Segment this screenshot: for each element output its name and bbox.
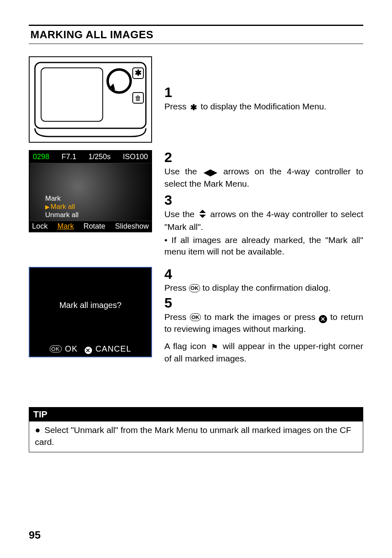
camera-line-drawing: ✱ 🗑 bbox=[29, 56, 152, 143]
dialog-mark-all: Mark all images? OK OK ✕ CANCEL bbox=[29, 267, 152, 357]
svg-rect-0 bbox=[35, 63, 146, 128]
step-4-number: 4 bbox=[164, 267, 363, 282]
tip-body: ● Select "Unmark all" from the Mark Menu… bbox=[29, 421, 363, 452]
btn-lock[interactable]: Lock bbox=[32, 222, 48, 231]
lcd-fstop: F7.1 bbox=[62, 153, 76, 161]
step-3-line2: • If all images are already marked, the … bbox=[164, 234, 363, 258]
lcd-shutter: 1/250s bbox=[88, 153, 111, 161]
menu-mark-all[interactable]: Mark all bbox=[45, 203, 78, 211]
step-1-text: Press ✱ to display the Modification Menu… bbox=[164, 101, 363, 113]
page-number: 95 bbox=[29, 529, 41, 542]
ok-badge-icon: OK bbox=[50, 345, 62, 352]
lcd-mark-menu: 0298 F7.1 1/250s ISO100 Mark Mark all Un… bbox=[29, 150, 152, 232]
svg-text:🗑: 🗑 bbox=[135, 95, 141, 102]
btn-mark[interactable]: Mark bbox=[58, 222, 74, 231]
lcd-counter: 0298 bbox=[33, 153, 49, 161]
tip-header: TIP bbox=[29, 408, 363, 421]
ok-pill-icon: OK bbox=[189, 284, 201, 292]
step-3-line1: Use the arrows on the 4-way controller t… bbox=[164, 208, 363, 233]
step1-post: to display the Modification Menu. bbox=[201, 102, 326, 111]
btn-rotate[interactable]: Rotate bbox=[83, 222, 105, 231]
svg-marker-8 bbox=[199, 210, 206, 213]
menu-unmark-all[interactable]: Unmark all bbox=[45, 211, 78, 219]
row-1: ✱ 🗑 1 Press ✱ to display the Modificatio… bbox=[29, 56, 363, 143]
step-4-text: Press OK to display the confirmation dia… bbox=[164, 282, 363, 294]
svg-marker-9 bbox=[199, 215, 206, 218]
flag-note: A flag icon ⚑ will appear in the upper-r… bbox=[164, 340, 363, 364]
lcd-submenu: Mark Mark all Unmark all bbox=[45, 194, 78, 219]
up-down-arrow-icon bbox=[199, 209, 206, 221]
step-2-number: 2 bbox=[164, 150, 363, 165]
dialog-controls: OK OK ✕ CANCEL bbox=[50, 344, 131, 354]
svg-marker-7 bbox=[82, 77, 115, 90]
step-3-number: 3 bbox=[164, 193, 363, 208]
flag-icon: ⚑ bbox=[211, 342, 218, 353]
section-title: MARKING ALL IMAGES bbox=[29, 25, 363, 44]
tip-box: TIP ● Select "Unmark all" from the Mark … bbox=[29, 407, 363, 452]
tip-bullet-icon: ● bbox=[35, 425, 40, 435]
step-5-number: 5 bbox=[164, 296, 363, 310]
step-1-number: 1 bbox=[164, 85, 363, 100]
dialog-question: Mark all images? bbox=[59, 301, 121, 310]
dialog-ok[interactable]: OK bbox=[65, 344, 78, 353]
bullet-dot-icon: • bbox=[164, 235, 167, 245]
cancel-badge-icon: ✕ bbox=[85, 347, 92, 354]
asterisk-icon: ✱ bbox=[190, 102, 197, 113]
cancel-circle-icon: ✕ bbox=[319, 315, 327, 323]
menu-head: Mark bbox=[45, 194, 78, 203]
step-2-text: Use the ◀▶ arrows on the 4-way controlle… bbox=[164, 166, 363, 190]
row-3: Mark all images? OK OK ✕ CANCEL 4 Press … bbox=[29, 267, 363, 366]
svg-rect-1 bbox=[41, 68, 103, 121]
step-5-text: Press OK to mark the images or press ✕ t… bbox=[164, 311, 363, 335]
lcd-iso: ISO100 bbox=[123, 153, 148, 161]
btn-slideshow[interactable]: Slideshow bbox=[115, 222, 149, 231]
svg-text:✱: ✱ bbox=[135, 68, 142, 77]
ok-pill-icon-2: OK bbox=[190, 313, 201, 322]
dialog-cancel[interactable]: CANCEL bbox=[95, 344, 131, 353]
step1-pre: Press bbox=[164, 102, 189, 111]
row-2: 0298 F7.1 1/250s ISO100 Mark Mark all Un… bbox=[29, 150, 363, 259]
left-right-arrow-icon: ◀▶ bbox=[204, 167, 217, 178]
